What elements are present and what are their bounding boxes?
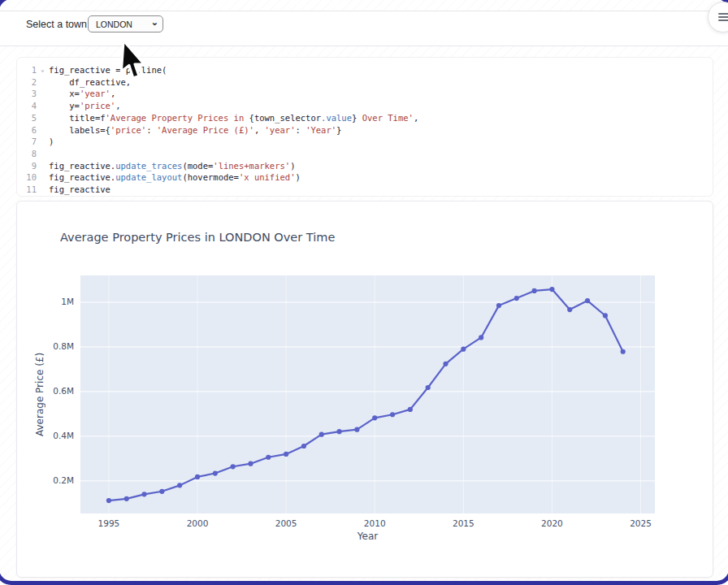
line-number: 4 [17, 100, 37, 112]
line-number: 6 [17, 124, 37, 136]
town-select[interactable]: LONDON [88, 15, 163, 32]
line-number: 8 [17, 148, 37, 160]
code-line: 3 x='year', [17, 88, 713, 100]
fold-spacer [37, 124, 49, 136]
fold-chevron-icon[interactable]: ⌄ [37, 64, 49, 76]
line-number: 3 [17, 88, 37, 100]
select-row-divider [0, 46, 728, 46]
chart-card: Average Property Prices in LONDON Over T… [16, 201, 713, 578]
code-text: title=f'Average Property Prices in {town… [49, 112, 713, 124]
fold-spacer [37, 160, 49, 172]
fold-spacer [37, 76, 49, 89]
svg-text:0.8M: 0.8M [53, 341, 74, 351]
fold-spacer [37, 100, 49, 112]
svg-text:2010: 2010 [364, 518, 386, 528]
y-axis-title: Average Price (£) [34, 275, 49, 514]
svg-text:0.4M: 0.4M [53, 431, 74, 440]
fold-spacer [37, 136, 49, 148]
line-number: 1 [17, 64, 37, 76]
code-text: ) [49, 136, 713, 148]
svg-text:1995: 1995 [98, 518, 120, 528]
svg-text:2025: 2025 [630, 518, 652, 528]
code-text: df_reactive, [49, 76, 713, 89]
fold-spacer [37, 112, 49, 124]
svg-text:2020: 2020 [541, 518, 563, 528]
code-line: 11fig_reactive [17, 184, 713, 196]
select-town-label: Select a town: [26, 19, 90, 30]
code-line: 10fig_reactive.update_layout(hovermode='… [17, 171, 713, 184]
code-line: 9fig_reactive.update_traces(mode='lines+… [17, 160, 713, 172]
code-text: y='price', [49, 100, 713, 112]
line-number: 10 [17, 171, 37, 184]
code-text: labels={'price': 'Average Price (£)', 'y… [49, 124, 713, 136]
svg-text:0.6M: 0.6M [53, 386, 74, 396]
svg-text:1M: 1M [61, 297, 74, 306]
code-line: 2 df_reactive, [17, 76, 713, 89]
code-editor[interactable]: 1⌄fig_reactive = px.line(2 df_reactive,3… [16, 57, 713, 197]
code-text: fig_reactive.update_traces(mode='lines+m… [49, 160, 713, 172]
fold-spacer [37, 184, 49, 196]
code-text: fig_reactive = px.line( [49, 64, 713, 76]
code-line: 8 [17, 148, 713, 160]
town-selector-row: Select a town: LONDON ⌄ [0, 11, 728, 46]
line-number: 5 [17, 112, 37, 124]
code-line: 5 title=f'Average Property Prices in {to… [17, 112, 713, 124]
x-axis-title: Year [80, 531, 655, 542]
svg-text:2000: 2000 [187, 518, 209, 528]
code-line: 6 labels={'price': 'Average Price (£)', … [17, 124, 713, 136]
line-number: 9 [17, 160, 37, 172]
fold-spacer [37, 148, 49, 160]
svg-text:0.2M: 0.2M [53, 475, 74, 485]
line-number: 2 [17, 76, 37, 89]
fold-spacer [37, 88, 49, 100]
line-number: 11 [17, 184, 37, 196]
town-select-wrap: LONDON ⌄ [88, 15, 163, 32]
code-text: fig_reactive.update_layout(hovermode='x … [49, 171, 713, 184]
hamburger-icon [718, 11, 728, 23]
svg-text:2005: 2005 [275, 518, 297, 528]
line-number: 7 [17, 136, 37, 148]
code-line: 1⌄fig_reactive = px.line( [17, 64, 713, 76]
svg-text:2015: 2015 [453, 518, 474, 528]
code-text: fig_reactive [49, 184, 713, 196]
code-line: 4 y='price', [17, 100, 713, 112]
code-line: 7) [17, 136, 713, 148]
code-text [49, 148, 713, 160]
fold-spacer [37, 171, 49, 184]
code-text: x='year', [49, 88, 713, 100]
chart-svg[interactable]: 19952000200520102015202020250.2M0.4M0.6M… [17, 202, 713, 577]
